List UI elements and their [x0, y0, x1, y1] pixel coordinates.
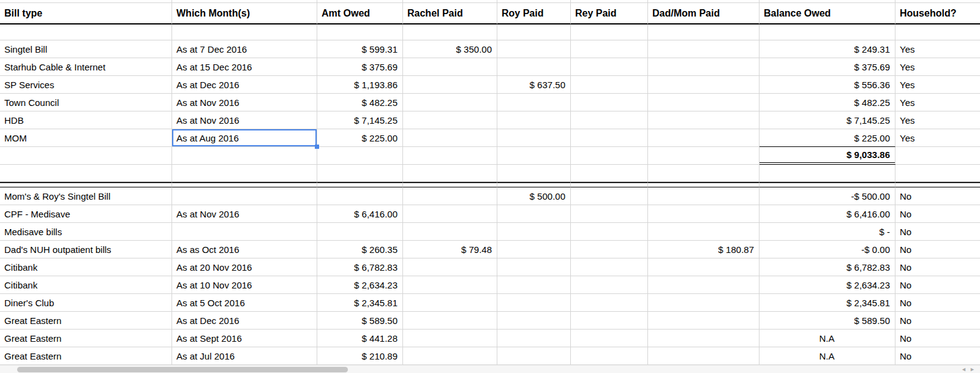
- table-cell[interactable]: As at 5 Oct 2016: [172, 294, 317, 312]
- column-header[interactable]: Balance Owed: [760, 3, 895, 24]
- table-cell[interactable]: $ 7,145.25: [317, 111, 403, 129]
- table-cell[interactable]: [172, 223, 317, 241]
- table-cell[interactable]: As at 10 Nov 2016: [172, 276, 317, 294]
- table-cell[interactable]: [648, 276, 760, 294]
- table-cell[interactable]: [172, 187, 317, 205]
- table-cell[interactable]: $ 482.25: [317, 94, 403, 111]
- table-cell[interactable]: [403, 58, 497, 76]
- table-cell[interactable]: $ 6,782.83: [317, 258, 403, 276]
- column-header[interactable]: Rachel Paid: [403, 3, 497, 24]
- table-cell[interactable]: [0, 147, 172, 165]
- table-cell[interactable]: [648, 312, 760, 330]
- table-cell[interactable]: [648, 205, 760, 223]
- table-cell[interactable]: Citibank: [0, 276, 172, 294]
- table-cell[interactable]: $ 2,634.23: [317, 276, 403, 294]
- table-cell[interactable]: [571, 76, 648, 94]
- table-cell[interactable]: As at Dec 2016: [172, 312, 317, 330]
- table-cell[interactable]: Mom's & Roy's Singtel Bill: [0, 187, 172, 205]
- table-cell[interactable]: $ 79.48: [403, 241, 497, 258]
- table-cell[interactable]: Yes: [895, 111, 980, 129]
- table-cell[interactable]: [497, 294, 571, 312]
- table-cell[interactable]: $ 249.31: [760, 40, 895, 58]
- table-cell[interactable]: [0, 182, 172, 187]
- table-cell[interactable]: [403, 205, 497, 223]
- table-cell[interactable]: [760, 24, 895, 40]
- table-cell[interactable]: [0, 24, 172, 40]
- table-cell[interactable]: $ 589.50: [317, 312, 403, 330]
- table-cell[interactable]: [497, 347, 571, 365]
- table-cell[interactable]: $ 6,416.00: [760, 205, 895, 223]
- table-cell[interactable]: [497, 129, 571, 147]
- table-cell[interactable]: $ 556.36: [760, 76, 895, 94]
- table-cell[interactable]: No: [895, 241, 980, 258]
- table-cell[interactable]: [403, 258, 497, 276]
- table-cell[interactable]: [403, 312, 497, 330]
- fill-handle[interactable]: [315, 145, 319, 149]
- table-cell[interactable]: Yes: [895, 129, 980, 147]
- table-cell[interactable]: As at 20 Nov 2016: [172, 258, 317, 276]
- table-cell[interactable]: [648, 330, 760, 347]
- table-cell[interactable]: [895, 147, 980, 165]
- table-cell[interactable]: [571, 58, 648, 76]
- table-cell[interactable]: $ 1,193.86: [317, 76, 403, 94]
- table-cell[interactable]: [497, 241, 571, 258]
- table-cell[interactable]: [648, 111, 760, 129]
- table-cell[interactable]: [497, 58, 571, 76]
- table-cell[interactable]: No: [895, 347, 980, 365]
- table-cell[interactable]: [895, 182, 980, 187]
- table-cell[interactable]: [571, 312, 648, 330]
- table-cell[interactable]: [648, 165, 760, 182]
- table-cell[interactable]: [497, 165, 571, 182]
- table-cell[interactable]: No: [895, 276, 980, 294]
- table-cell[interactable]: [172, 24, 317, 40]
- table-cell[interactable]: No: [895, 258, 980, 276]
- table-cell[interactable]: [403, 330, 497, 347]
- table-cell[interactable]: [648, 187, 760, 205]
- table-cell[interactable]: [172, 147, 317, 165]
- table-cell[interactable]: As at 7 Dec 2016: [172, 40, 317, 58]
- table-cell[interactable]: $ 210.89: [317, 347, 403, 365]
- table-cell[interactable]: [497, 258, 571, 276]
- table-cell[interactable]: [571, 241, 648, 258]
- table-cell[interactable]: [403, 347, 497, 365]
- column-header[interactable]: Bill type: [0, 3, 172, 24]
- table-cell[interactable]: [648, 294, 760, 312]
- table-cell[interactable]: [571, 182, 648, 187]
- horizontal-scrollbar[interactable]: ◄ ►: [0, 365, 980, 373]
- table-cell[interactable]: [571, 205, 648, 223]
- table-cell[interactable]: [648, 147, 760, 165]
- table-cell[interactable]: [497, 330, 571, 347]
- table-cell[interactable]: Yes: [895, 94, 980, 111]
- table-cell[interactable]: $ 180.87: [648, 241, 760, 258]
- column-header[interactable]: Which Month(s): [172, 3, 317, 24]
- table-cell[interactable]: $ 9,033.86: [760, 147, 895, 165]
- table-cell[interactable]: [497, 223, 571, 241]
- table-cell[interactable]: $ 6,782.83: [760, 258, 895, 276]
- table-cell[interactable]: [172, 165, 317, 182]
- table-cell[interactable]: [648, 129, 760, 147]
- table-cell[interactable]: MOM: [0, 129, 172, 147]
- table-cell[interactable]: No: [895, 312, 980, 330]
- table-cell[interactable]: $ 225.00: [760, 129, 895, 147]
- table-cell[interactable]: $ 375.69: [317, 58, 403, 76]
- table-cell[interactable]: [403, 187, 497, 205]
- table-cell[interactable]: $ 599.31: [317, 40, 403, 58]
- table-cell[interactable]: [648, 223, 760, 241]
- table-cell[interactable]: Dad's NUH outpatient bills: [0, 241, 172, 258]
- table-cell[interactable]: $ 482.25: [760, 94, 895, 111]
- table-cell[interactable]: $ 2,345.81: [317, 294, 403, 312]
- table-cell[interactable]: $ 2,345.81: [760, 294, 895, 312]
- table-cell[interactable]: [571, 40, 648, 58]
- table-cell[interactable]: No: [895, 330, 980, 347]
- table-cell[interactable]: [571, 276, 648, 294]
- table-cell[interactable]: Great Eastern: [0, 312, 172, 330]
- table-cell[interactable]: [648, 347, 760, 365]
- table-cell[interactable]: [648, 94, 760, 111]
- table-cell[interactable]: [403, 182, 497, 187]
- table-cell[interactable]: [403, 94, 497, 111]
- table-cell[interactable]: [403, 76, 497, 94]
- table-cell[interactable]: As at Nov 2016: [172, 111, 317, 129]
- table-cell[interactable]: [760, 165, 895, 182]
- table-cell[interactable]: [497, 312, 571, 330]
- table-cell[interactable]: Citibank: [0, 258, 172, 276]
